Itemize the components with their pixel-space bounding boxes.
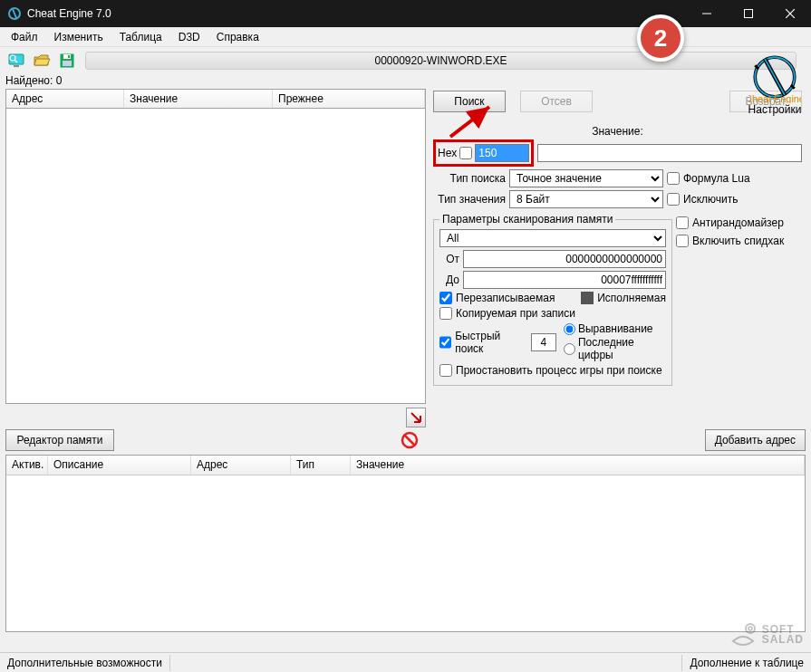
col-al-address[interactable]: Адрес (191, 456, 291, 475)
maximize-button[interactable] (728, 0, 769, 27)
arrow-down-right-icon (410, 411, 422, 424)
memory-editor-button[interactable]: Редактор памяти (5, 429, 114, 451)
statusbar: Дополнительные возможности Дополнение к … (0, 652, 811, 672)
svg-text:Cheat Engine: Cheat Engine (748, 93, 801, 103)
svg-rect-12 (63, 61, 72, 66)
lua-formula-checkbox[interactable] (667, 172, 680, 185)
menu-edit[interactable]: Изменить (47, 29, 111, 45)
results-list[interactable] (5, 109, 426, 404)
value-input-highlight: Hex (433, 139, 534, 167)
col-al-value[interactable]: Значение (351, 456, 805, 475)
window-title: Cheat Engine 7.0 (27, 7, 686, 20)
save-icon[interactable] (56, 50, 78, 72)
fastscan-value[interactable] (531, 333, 556, 351)
copy-to-addresslist-button[interactable] (406, 408, 426, 427)
watermark-icon (728, 619, 758, 650)
status-right[interactable]: Дополнение к таблице (681, 655, 811, 671)
menu-file[interactable]: Файл (4, 29, 45, 45)
scan-type-select[interactable]: Точное значение (509, 169, 663, 187)
cow-checkbox[interactable] (439, 307, 452, 320)
fastscan-checkbox[interactable] (439, 336, 451, 349)
exclude-label: Исключить (683, 193, 738, 206)
col-al-type[interactable]: Тип (291, 456, 351, 475)
lastdigits-radio[interactable] (564, 343, 575, 355)
to-input[interactable] (463, 271, 666, 289)
scan-value-input[interactable] (475, 144, 529, 162)
no-entry-icon (399, 429, 420, 451)
executable-label: Исполняемая (597, 292, 666, 304)
from-input[interactable] (463, 250, 666, 268)
callout-badge: 2 (637, 14, 684, 62)
lua-formula-label: Формула Lua (683, 172, 750, 185)
svg-point-20 (748, 627, 752, 630)
hex-checkbox[interactable] (459, 147, 472, 159)
filter-button[interactable]: Отсев (520, 91, 593, 112)
address-list[interactable]: Актив. Описание Адрес Тип Значение (5, 455, 806, 632)
svg-rect-11 (68, 55, 70, 58)
antirandomizer-checkbox[interactable] (676, 216, 689, 229)
cow-label: Копируемая при записи (456, 307, 575, 320)
menu-help[interactable]: Справка (209, 29, 266, 45)
svg-line-17 (404, 436, 414, 446)
memory-scan-options: Параметры сканирования памяти All От До … (433, 213, 672, 386)
menubar: Файл Изменить Таблица D3D Справка (0, 27, 811, 47)
from-label: От (439, 253, 459, 265)
found-count: Найдено: 0 (0, 74, 811, 87)
logo-settings[interactable]: Cheat Engine Настройки (742, 51, 807, 116)
alignment-radio[interactable] (564, 323, 575, 335)
scan-type-label: Тип поиска (433, 172, 506, 185)
value-label: Значение: (592, 125, 643, 138)
fastscan-label: Быстрый поиск (455, 330, 527, 355)
add-address-button[interactable]: Добавить адрес (705, 429, 806, 451)
value-type-select[interactable]: 8 Байт (509, 190, 663, 208)
svg-rect-6 (14, 65, 19, 67)
value-type-label: Тип значения (433, 193, 506, 206)
address-list-header: Актив. Описание Адрес Тип Значение (6, 456, 805, 475)
status-left[interactable]: Дополнительные возможности (0, 655, 170, 671)
antirandomizer-label: Антирандомайзер (692, 216, 784, 229)
hex-label: Hex (438, 147, 457, 159)
app-icon (7, 6, 22, 21)
close-button[interactable] (769, 0, 811, 27)
menu-d3d[interactable]: D3D (171, 29, 208, 45)
col-value[interactable]: Значение (124, 90, 273, 108)
svg-rect-2 (745, 10, 753, 18)
watermark: SOFTSALAD (728, 619, 804, 650)
scan-value-input-ext[interactable] (537, 144, 802, 162)
process-name-bar[interactable]: 00000920-WINWORD.EXE (85, 52, 797, 70)
cheat-engine-logo-icon: Cheat Engine (748, 51, 801, 103)
search-button[interactable]: Поиск (433, 91, 506, 112)
speedhack-checkbox[interactable] (676, 235, 689, 247)
to-label: До (439, 274, 459, 286)
col-address[interactable]: Адрес (6, 90, 124, 108)
col-description[interactable]: Описание (48, 456, 191, 475)
pause-game-checkbox[interactable] (439, 364, 452, 377)
svg-point-19 (746, 624, 755, 633)
alignment-label: Выравнивание (578, 322, 653, 335)
region-select[interactable]: All (439, 229, 666, 247)
menu-table[interactable]: Таблица (112, 29, 169, 45)
speedhack-label: Включить спидхак (692, 235, 784, 247)
lastdigits-label: Последние цифры (578, 336, 666, 361)
open-file-icon[interactable] (31, 50, 53, 72)
pause-game-label: Приостановить процесс игры при поиске (456, 364, 662, 377)
memscan-legend: Параметры сканирования памяти (439, 213, 615, 226)
executable-checkbox[interactable] (581, 292, 594, 304)
exclude-checkbox[interactable] (667, 193, 680, 206)
col-previous[interactable]: Прежнее (273, 90, 425, 108)
toolbar: 00000920-WINWORD.EXE (0, 47, 811, 74)
titlebar: Cheat Engine 7.0 (0, 0, 811, 27)
results-header: Адрес Значение Прежнее (5, 89, 426, 109)
col-active[interactable]: Актив. (6, 456, 48, 475)
writable-checkbox[interactable] (439, 292, 452, 304)
minimize-button[interactable] (686, 0, 728, 27)
settings-label: Настройки (742, 103, 807, 116)
select-process-icon[interactable] (5, 50, 27, 72)
writable-label: Перезаписываемая (456, 292, 555, 304)
